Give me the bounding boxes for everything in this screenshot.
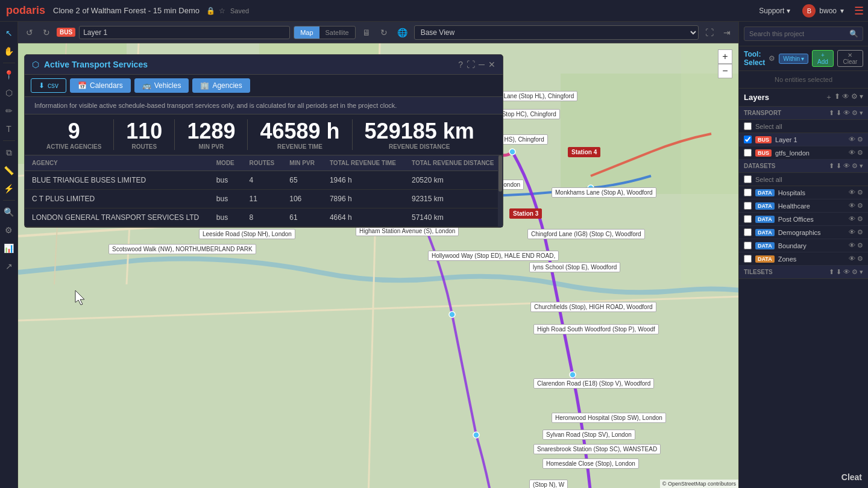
lock-icon[interactable]: 🔒 <box>206 7 215 15</box>
transport-layer-item[interactable]: BUS Layer 1 👁 ⚙ <box>739 133 868 146</box>
expand-button[interactable]: ⛶ <box>702 26 717 39</box>
within-button[interactable]: Within ▾ <box>779 54 808 64</box>
panel-collapse-icon[interactable]: ─ <box>479 60 485 69</box>
layers-chevron-icon[interactable]: ▾ <box>860 92 863 102</box>
dataset-settings-icon[interactable]: ⚙ <box>857 255 863 263</box>
dataset-checkbox[interactable] <box>744 242 752 249</box>
table-scrollbar[interactable] <box>498 155 503 227</box>
map-button[interactable]: Map <box>294 27 319 39</box>
dataset-checkbox[interactable] <box>744 255 752 263</box>
datasets-upload-icon[interactable]: ⬇ <box>836 162 841 170</box>
star-icon[interactable]: ☆ <box>219 7 225 15</box>
dataset-layer-item[interactable]: DATA Healthcare 👁 ⚙ <box>739 199 868 213</box>
support-button[interactable]: Support ▾ <box>753 4 796 17</box>
dataset-eye-icon[interactable]: 👁 <box>849 228 855 236</box>
panel-close-icon[interactable]: ✕ <box>488 60 495 69</box>
layer-checkbox[interactable] <box>744 149 752 157</box>
transport-select-all-checkbox[interactable] <box>744 122 752 130</box>
vehicles-tab[interactable]: 🚌 Vehicles <box>134 78 189 93</box>
zoom-in-button[interactable]: + <box>718 49 732 64</box>
table-row[interactable]: BLUE TRIANGLE BUSES LIMITED bus 4 65 194… <box>25 170 503 189</box>
table-row[interactable]: LONDON GENERAL TRANSPORT SERVICES LTD bu… <box>25 208 503 227</box>
dataset-layer-item[interactable]: DATA Zones 👁 ⚙ <box>739 252 868 266</box>
layer-settings-icon[interactable]: ⚙ <box>857 149 863 157</box>
layers-eye-icon[interactable]: 👁 <box>842 92 849 102</box>
transport-eye-icon[interactable]: 👁 <box>843 109 850 117</box>
forward-button[interactable]: ⇥ <box>720 26 734 39</box>
datasets-select-all-checkbox[interactable] <box>744 175 752 183</box>
draw-tool-button[interactable]: ✏ <box>1 103 17 119</box>
dataset-layer-item[interactable]: DATA Boundary 👁 ⚙ <box>739 239 868 252</box>
analysis-tool-button[interactable]: ⚡ <box>1 181 17 196</box>
layer-select[interactable]: Layer 1 <box>79 26 290 39</box>
tilesets-settings-icon[interactable]: ⚙ <box>852 268 858 276</box>
datasets-chevron-icon[interactable]: ▾ <box>860 162 863 170</box>
route-tool-button[interactable]: ⬡ <box>1 85 17 101</box>
redo-button[interactable]: ↻ <box>40 26 53 39</box>
dataset-eye-icon[interactable]: 👁 <box>849 215 855 223</box>
settings-tool-button[interactable]: ⚙ <box>1 222 17 238</box>
dataset-layer-item[interactable]: DATA Demographics 👁 ⚙ <box>739 226 868 239</box>
layer-checkbox[interactable] <box>744 136 752 143</box>
table-container[interactable]: AGENCY MODE ROUTES MIN PVR TOTAL REVENUE… <box>25 155 503 227</box>
measure-tool-button[interactable]: 📏 <box>1 163 17 178</box>
search-input[interactable] <box>744 27 863 41</box>
add-button[interactable]: + Add <box>812 50 834 67</box>
panel-expand-icon[interactable]: ⛶ <box>467 60 475 69</box>
agencies-tab[interactable]: 🏢 Agencies <box>192 78 250 93</box>
datasets-add-icon[interactable]: ⬆ <box>829 162 834 170</box>
help-icon[interactable]: ? <box>458 60 463 69</box>
refresh-icon[interactable]: ↻ <box>377 26 391 39</box>
tilesets-eye-icon[interactable]: 👁 <box>843 268 850 276</box>
dataset-layer-item[interactable]: DATA Post Offices 👁 ⚙ <box>739 213 868 226</box>
user-button[interactable]: B bwoo ▾ <box>796 2 850 20</box>
layers-add-icon[interactable]: ＋ <box>825 92 832 102</box>
search-tool-button[interactable]: 🔍 <box>1 204 17 220</box>
dataset-eye-icon[interactable]: 👁 <box>849 255 855 263</box>
clear-button[interactable]: ✕ Clear <box>837 50 863 67</box>
table-row[interactable]: C T PLUS LIMITED bus 11 106 7896 h 92315… <box>25 189 503 208</box>
calendars-tab[interactable]: 📅 Calendars <box>70 78 131 93</box>
layer-eye-icon[interactable]: 👁 <box>849 136 855 143</box>
tilesets-add-icon[interactable]: ⬆ <box>829 268 834 276</box>
dataset-settings-icon[interactable]: ⚙ <box>857 202 863 210</box>
dataset-settings-icon[interactable]: ⚙ <box>857 215 863 223</box>
dataset-checkbox[interactable] <box>744 189 752 196</box>
layers-upload-icon[interactable]: ⬆ <box>834 92 840 102</box>
transport-chevron-icon[interactable]: ▾ <box>860 109 863 117</box>
undo-button[interactable]: ↺ <box>23 26 36 39</box>
zoom-out-button[interactable]: − <box>718 64 732 78</box>
dataset-eye-icon[interactable]: 👁 <box>849 242 855 249</box>
tilesets-upload-icon[interactable]: ⬇ <box>836 268 841 276</box>
base-view-select[interactable]: Base View <box>414 25 699 40</box>
pan-tool-button[interactable]: ✋ <box>1 43 17 59</box>
dataset-layer-item[interactable]: DATA Hospitals 👁 ⚙ <box>739 186 868 199</box>
dataset-eye-icon[interactable]: 👁 <box>849 202 855 210</box>
dataset-settings-icon[interactable]: ⚙ <box>857 228 863 236</box>
tool-settings-icon[interactable]: ⚙ <box>769 54 775 63</box>
dataset-eye-icon[interactable]: 👁 <box>849 189 855 196</box>
layer-eye-icon[interactable]: 👁 <box>849 149 855 157</box>
transport-layer-item[interactable]: BUS gtfs_london 👁 ⚙ <box>739 146 868 160</box>
transport-upload-icon[interactable]: ⬇ <box>836 109 841 117</box>
dataset-checkbox[interactable] <box>744 215 752 223</box>
dataset-checkbox[interactable] <box>744 202 752 210</box>
pin-tool-button[interactable]: 📍 <box>1 67 17 83</box>
layer-settings-icon[interactable]: ⚙ <box>857 136 863 143</box>
satellite-button[interactable]: Satellite <box>319 27 355 39</box>
tilesets-chevron-icon[interactable]: ▾ <box>860 268 863 276</box>
chart-tool-button[interactable]: 📊 <box>1 240 17 256</box>
monitor-icon[interactable]: 🖥 <box>359 26 374 39</box>
datasets-eye-icon[interactable]: 👁 <box>843 162 850 170</box>
select-tool-button[interactable]: ↖ <box>1 25 17 41</box>
layers-tool-button[interactable]: ⧉ <box>1 145 17 160</box>
menu-icon[interactable]: ☰ <box>850 0 868 22</box>
dataset-settings-icon[interactable]: ⚙ <box>857 242 863 249</box>
globe-icon[interactable]: 🌐 <box>394 26 410 39</box>
text-tool-button[interactable]: T <box>1 121 17 137</box>
dataset-settings-icon[interactable]: ⚙ <box>857 189 863 196</box>
csv-tab[interactable]: ⬇ csv <box>31 78 66 93</box>
dataset-checkbox[interactable] <box>744 228 752 236</box>
share-tool-button[interactable]: ↗ <box>1 258 17 274</box>
transport-settings-icon[interactable]: ⚙ <box>852 109 858 117</box>
